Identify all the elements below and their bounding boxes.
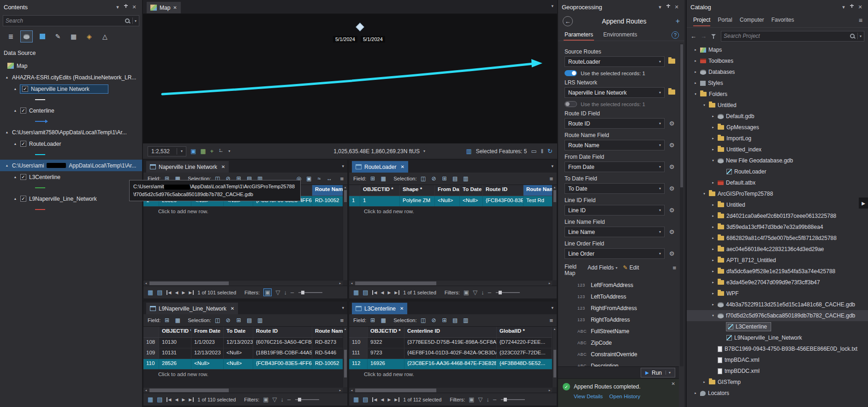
table-cell[interactable]: <Null>: [460, 196, 483, 206]
table-cell[interactable]: 28526: [159, 359, 191, 369]
pin-icon[interactable]: [848, 4, 856, 11]
view-details-link[interactable]: View Details: [574, 394, 603, 399]
list-by-charts-icon[interactable]: △: [99, 30, 111, 42]
line-order-field-select[interactable]: Line Order▾: [565, 248, 665, 259]
map-coordinates[interactable]: 1,025,635.48E 1,860,269.23N ftUS ▾: [333, 148, 425, 155]
catalog-item[interactable]: ▸ImportLog: [687, 133, 868, 144]
table-view-icon[interactable]: ▦: [148, 396, 153, 403]
catalog-item[interactable]: RouteLoader: [687, 166, 868, 177]
contents-search-input[interactable]: [6, 18, 122, 24]
tab-list-chevron-icon[interactable]: ▾: [342, 305, 344, 310]
row-height-slider[interactable]: [298, 292, 322, 293]
attributes-icon[interactable]: ↔: [325, 174, 333, 183]
use-selected-records-toggle[interactable]: [565, 70, 577, 76]
table-row[interactable]: 11Polyline ZM<Null><Null>{FCB43F00-83E5.…: [349, 196, 552, 207]
catalog-item[interactable]: ▸Default.gdb: [687, 111, 868, 122]
table-cell[interactable]: {4F3B848D-5E52...: [497, 359, 552, 369]
expand-arrow-icon[interactable]: ▸: [711, 247, 715, 251]
table-cell[interactable]: <Null>: [224, 348, 253, 359]
tab-l3centerline[interactable]: L3Centerline ✕: [352, 303, 407, 314]
tab-l9naperville[interactable]: L9Naperville_Line_Network ✕: [146, 303, 238, 314]
row-number[interactable]: 110: [349, 338, 368, 348]
menu-icon[interactable]: ≡: [549, 175, 553, 182]
switch-selection-icon[interactable]: ⊞: [440, 174, 449, 183]
field-map-item[interactable]: ABCZipCode: [577, 337, 676, 349]
table-cell[interactable]: 10130: [159, 338, 191, 348]
zoom-to-selection-icon[interactable]: ⊘: [224, 316, 232, 324]
first-record-icon[interactable]: ◀: [372, 397, 377, 402]
collapse-arrow-icon[interactable]: ▲: [5, 131, 9, 134]
scrollbar-thumb[interactable]: [344, 350, 347, 377]
tab-portal[interactable]: Portal: [718, 17, 732, 26]
collapse-arrow-icon[interactable]: ▲: [13, 142, 18, 145]
previous-record-icon[interactable]: ◀: [175, 290, 178, 295]
grid-icon[interactable]: ▦: [200, 148, 206, 155]
zoom-out-icon[interactable]: –: [291, 289, 294, 296]
sync-scroll-icon[interactable]: ↓: [284, 289, 287, 296]
table-row[interactable]: 1119723{4EF8F104-01D3-402F-842A-9CB3DA87…: [349, 348, 552, 359]
expand-arrow-icon[interactable]: ▸: [711, 203, 715, 207]
field-options-gear-icon[interactable]: ⚙: [667, 185, 676, 192]
route-name-field-select[interactable]: Route Name▾: [565, 140, 665, 150]
tab-parameters[interactable]: Parameters: [564, 30, 594, 41]
close-icon[interactable]: ✕: [400, 306, 404, 311]
contents-group-temp-path-1[interactable]: ▲ C:\Users\amit7580\AppData\Local\Temp\1…: [0, 126, 142, 138]
pan-arrows-icon[interactable]: ↔↔: [218, 148, 224, 155]
catalog-item[interactable]: ▸3d59eda13cf947d3bde7e32a99b88ea4: [687, 221, 868, 233]
table-cell[interactable]: 1/1/2023: [191, 338, 224, 348]
source-routes-select[interactable]: RouteLoader▾: [565, 56, 665, 67]
catalog-item[interactable]: ▸Databases: [687, 66, 868, 78]
contents-layer-l9naperville[interactable]: ▲ ✓ L9Naperville_Line_Network: [0, 193, 142, 204]
chevron-down-icon[interactable]: ▾: [656, 4, 664, 10]
column-header[interactable]: OBJECTID *: [368, 327, 404, 337]
vertical-scrollbar[interactable]: ▴: [343, 185, 347, 280]
row-number[interactable]: 109: [143, 348, 159, 359]
menu-icon[interactable]: ≡: [549, 317, 553, 324]
catalog-item[interactable]: ▸Styles: [687, 78, 868, 89]
chart-view-icon[interactable]: ▤: [363, 396, 368, 403]
expand-arrow-icon[interactable]: ▸: [693, 391, 698, 395]
table-cell[interactable]: RD-8273: [312, 338, 343, 348]
table-cell[interactable]: Polyline ZM: [400, 196, 435, 206]
browse-folder-icon[interactable]: [667, 58, 676, 65]
list-by-labeling-icon[interactable]: ◈: [83, 30, 95, 42]
calculate-field-icon[interactable]: ▦: [379, 174, 387, 183]
pause-drawing-icon[interactable]: ‖: [541, 148, 543, 155]
zoom-out-icon[interactable]: –: [488, 289, 491, 296]
table-cell[interactable]: {18B19F9B-C0BF-44A5-...: [253, 348, 312, 359]
menu-icon[interactable]: ≡: [340, 175, 344, 182]
expand-arrow-icon[interactable]: ▸: [693, 48, 698, 52]
table-cell[interactable]: RD-5446: [312, 348, 343, 359]
field-map-item[interactable]: ABCDescription: [577, 360, 676, 366]
table-cell[interactable]: 12/13/2023: [224, 338, 253, 348]
table-cell[interactable]: RD-10052: [312, 359, 343, 369]
catalog-item[interactable]: ▸GpMessages: [687, 122, 868, 133]
table-cell[interactable]: 9322: [368, 338, 404, 348]
table-view-icon[interactable]: ▦: [353, 396, 359, 403]
expand-arrow-icon[interactable]: ▸: [693, 70, 698, 74]
edit-fields-button[interactable]: ✎ Edit: [623, 264, 639, 271]
calculate-field-icon[interactable]: ▦: [379, 316, 387, 324]
row-number[interactable]: 110: [143, 359, 159, 369]
catalog-search-input[interactable]: [724, 33, 847, 39]
field-options-gear-icon[interactable]: ⚙: [667, 163, 676, 170]
filter-icon[interactable]: ▽: [275, 289, 280, 296]
table-cell[interactable]: {3778EE5D-D75B-419E-898A-5CF8A86F80CD}: [404, 338, 497, 348]
column-header[interactable]: Shape *: [400, 185, 435, 196]
expand-arrow-icon[interactable]: ▸: [711, 292, 715, 295]
clear-selection-icon[interactable]: ▤: [245, 316, 254, 324]
next-record-icon[interactable]: ▶: [182, 290, 185, 295]
list-by-selection-icon[interactable]: [36, 30, 48, 42]
add-fields-button[interactable]: Add Fields ▾: [588, 264, 618, 271]
field-options-gear-icon[interactable]: ⚙: [667, 120, 676, 127]
tab-list-chevron-icon[interactable]: ▾: [551, 305, 553, 310]
scrollbar-thumb[interactable]: [344, 190, 347, 202]
collapsed-pane-arrow[interactable]: ▶: [859, 198, 868, 209]
table-cell[interactable]: {4EF8F104-01D3-402F-842A-9CB3DA87E1B5}: [404, 348, 497, 359]
horizontal-scrollbar[interactable]: ◂ ▸: [349, 387, 552, 393]
scrollbar-thumb[interactable]: [355, 389, 436, 392]
list-by-drawing-order-icon[interactable]: ≣: [5, 30, 17, 42]
collapse-arrow-icon[interactable]: ▲: [13, 175, 18, 179]
menu-icon[interactable]: ≡: [672, 264, 676, 271]
expand-arrow-icon[interactable]: ▸: [711, 225, 715, 229]
